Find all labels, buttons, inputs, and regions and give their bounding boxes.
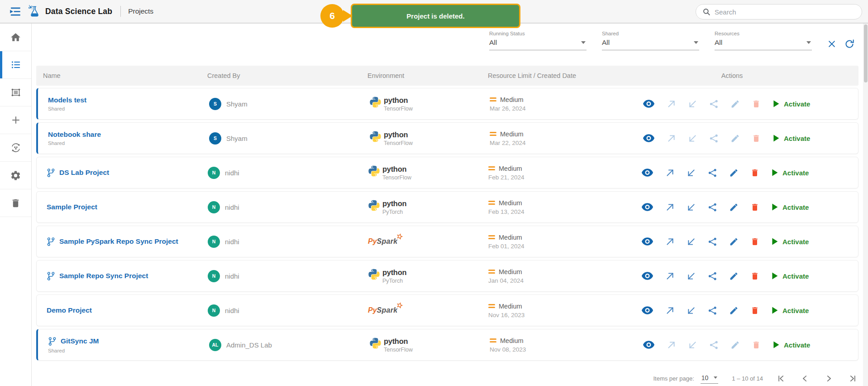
view-button[interactable] xyxy=(641,306,653,315)
python-logo-icon xyxy=(368,199,380,212)
view-button[interactable] xyxy=(641,168,653,177)
project-name-link[interactable]: GitSync JM xyxy=(61,337,99,345)
play-icon xyxy=(771,306,778,314)
promote-button[interactable] xyxy=(665,306,675,315)
project-name-link[interactable]: Sample PySpark Repo Sync Project xyxy=(59,237,178,246)
promote-button[interactable] xyxy=(667,340,676,350)
previous-page-button[interactable] xyxy=(801,374,809,383)
sidebar-item-iterations[interactable] xyxy=(0,134,31,162)
sidebar-item-settings[interactable] xyxy=(0,162,31,189)
share-button[interactable] xyxy=(708,271,717,281)
view-button[interactable] xyxy=(643,134,655,143)
delete-button[interactable] xyxy=(750,203,759,212)
project-name-link[interactable]: Notebook share xyxy=(48,130,101,139)
first-page-button[interactable] xyxy=(777,374,785,383)
pagination-range: 1 – 10 of 14 xyxy=(732,375,763,382)
filter-shared[interactable]: Shared All xyxy=(602,28,699,50)
share-button[interactable] xyxy=(708,306,717,315)
column-header-actions: Actions xyxy=(721,72,743,79)
promote-button[interactable] xyxy=(665,271,675,281)
last-page-icon xyxy=(849,374,857,383)
activate-button[interactable]: Activate xyxy=(773,341,810,349)
sidebar-item-pipelines[interactable] xyxy=(0,79,31,106)
promote-button[interactable] xyxy=(667,99,676,109)
demote-button[interactable] xyxy=(687,271,696,281)
avatar: N xyxy=(208,167,220,179)
view-button[interactable] xyxy=(641,237,653,246)
delete-button[interactable] xyxy=(750,168,759,178)
edit-button[interactable] xyxy=(730,99,740,109)
demote-button[interactable] xyxy=(687,168,696,178)
chevron-down-icon xyxy=(714,376,717,379)
view-button[interactable] xyxy=(641,271,653,280)
filter-running-status[interactable]: Running Status All xyxy=(489,28,587,50)
search-box[interactable] xyxy=(696,4,862,19)
demote-button[interactable] xyxy=(688,134,697,143)
share-button[interactable] xyxy=(708,168,717,178)
edit-button[interactable] xyxy=(729,237,739,246)
activate-button[interactable]: Activate xyxy=(771,237,809,246)
sidebar-item-home[interactable] xyxy=(0,24,31,51)
demote-button[interactable] xyxy=(687,203,696,212)
creator-name: nidhi xyxy=(225,203,239,211)
promote-button[interactable] xyxy=(665,237,675,246)
delete-button[interactable] xyxy=(752,99,761,109)
share-button[interactable] xyxy=(709,340,719,350)
activate-button[interactable]: Activate xyxy=(771,203,809,211)
git-branch-icon xyxy=(47,271,55,281)
activate-button[interactable]: Activate xyxy=(771,169,809,177)
delete-button[interactable] xyxy=(750,237,759,246)
filter-resources[interactable]: Resources All xyxy=(715,28,812,50)
promote-button[interactable] xyxy=(667,134,676,143)
arrow-down-left-icon xyxy=(688,99,697,109)
activate-button[interactable]: Activate xyxy=(773,100,810,108)
view-button[interactable] xyxy=(641,203,653,212)
view-button[interactable] xyxy=(643,99,655,108)
activate-button[interactable]: Activate xyxy=(773,134,810,142)
edit-button[interactable] xyxy=(729,203,739,212)
share-button[interactable] xyxy=(709,99,719,109)
share-button[interactable] xyxy=(708,203,717,212)
activate-button[interactable]: Activate xyxy=(771,272,809,280)
scrollbar-thumb[interactable] xyxy=(864,24,868,82)
promote-button[interactable] xyxy=(665,203,675,212)
delete-button[interactable] xyxy=(750,306,759,315)
delete-button[interactable] xyxy=(750,271,759,281)
sidebar-item-trash[interactable] xyxy=(0,189,31,217)
activate-button[interactable]: Activate xyxy=(771,306,809,314)
project-name-link[interactable]: Demo Project xyxy=(47,306,92,314)
clear-filters-button[interactable] xyxy=(827,39,836,48)
last-page-button[interactable] xyxy=(849,374,857,383)
share-button[interactable] xyxy=(708,237,717,246)
refresh-button[interactable] xyxy=(844,39,854,49)
project-name-link[interactable]: Models test xyxy=(48,96,86,104)
view-button[interactable] xyxy=(643,340,655,349)
project-name-link[interactable]: DS Lab Project xyxy=(59,169,109,177)
demote-button[interactable] xyxy=(688,340,697,350)
demote-button[interactable] xyxy=(687,237,696,246)
framework-label: PyTorch xyxy=(382,278,406,284)
delete-button[interactable] xyxy=(752,340,761,350)
demote-button[interactable] xyxy=(687,306,696,315)
framework-label: TensorFlow xyxy=(384,140,413,146)
search-input[interactable] xyxy=(715,8,855,16)
project-name-link[interactable]: Sample Repo Sync Project xyxy=(59,272,148,280)
edit-button[interactable] xyxy=(729,271,739,281)
delete-button[interactable] xyxy=(752,134,761,143)
share-button[interactable] xyxy=(709,134,719,143)
edit-button[interactable] xyxy=(730,340,740,350)
next-page-button[interactable] xyxy=(825,374,833,383)
edit-button[interactable] xyxy=(729,168,739,178)
edit-button[interactable] xyxy=(729,306,739,315)
demote-button[interactable] xyxy=(688,99,697,109)
sidebar-item-create-new[interactable] xyxy=(0,106,31,134)
sidebar-item-projects-list[interactable] xyxy=(0,51,31,79)
project-name-link[interactable]: Sample Project xyxy=(47,203,97,211)
items-per-page-select[interactable]: 10 xyxy=(701,373,719,384)
vertical-scrollbar[interactable] xyxy=(863,24,868,386)
edit-button[interactable] xyxy=(730,134,740,143)
table-row: Notebook share Shared S Shyam python Ten… xyxy=(36,122,858,154)
framework-label: PyTorch xyxy=(382,209,406,215)
menu-open-icon[interactable] xyxy=(8,5,22,18)
promote-button[interactable] xyxy=(665,168,675,178)
